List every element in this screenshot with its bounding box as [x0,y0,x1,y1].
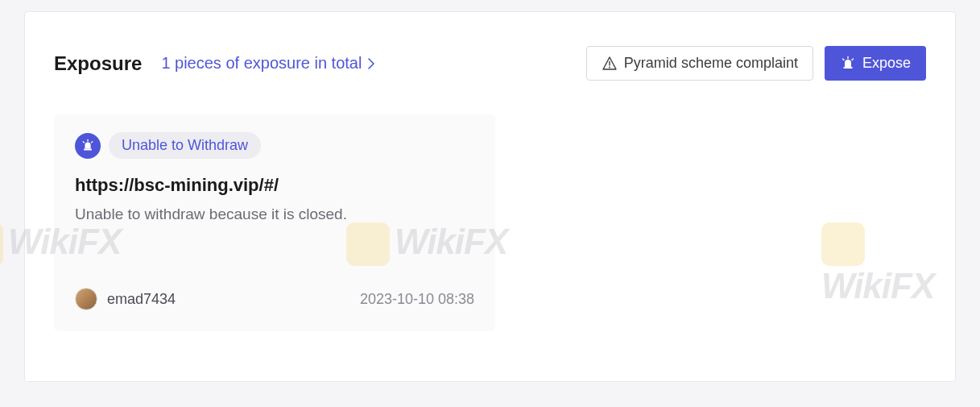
svg-line-4 [842,59,844,60]
user-block: emad7434 [75,288,176,310]
avatar [75,288,97,310]
svg-line-5 [852,59,854,60]
expose-button-label: Expose [862,55,911,72]
exposure-panel: Exposure 1 pieces of exposure in total [24,11,956,382]
svg-line-8 [83,141,84,142]
exposure-count-text: 1 pieces of exposure in total [161,54,362,73]
exposure-card[interactable]: Unable to Withdraw https://bsc-mining.vi… [54,114,495,331]
timestamp: 2023-10-10 08:38 [360,291,474,308]
expose-button[interactable]: Expose [825,46,926,81]
header-actions: Pyramid scheme complaint Expose [586,46,926,81]
username: emad7434 [107,291,176,308]
page-title: Exposure [54,52,142,75]
svg-line-9 [92,141,93,142]
svg-point-1 [609,66,610,68]
svg-rect-6 [84,148,92,150]
header-row: Exposure 1 pieces of exposure in total [54,46,926,81]
chevron-right-icon [366,57,376,70]
warning-triangle-icon [602,56,618,72]
pyramid-complaint-button[interactable]: Pyramid scheme complaint [586,46,813,81]
header-left: Exposure 1 pieces of exposure in total [54,52,376,75]
exposure-title: https://bsc-mining.vip/#/ [75,175,474,196]
svg-rect-2 [843,67,852,69]
siren-badge-icon [75,133,101,159]
tag-row: Unable to Withdraw [75,132,474,159]
pyramid-complaint-label: Pyramid scheme complaint [624,55,798,72]
exposure-footer: emad7434 2023-10-10 08:38 [75,288,474,310]
exposure-tag: Unable to Withdraw [109,132,261,159]
exposure-count-link[interactable]: 1 pieces of exposure in total [161,54,376,73]
exposure-description: Unable to withdraw because it is closed. [75,206,474,223]
siren-icon [840,56,856,72]
